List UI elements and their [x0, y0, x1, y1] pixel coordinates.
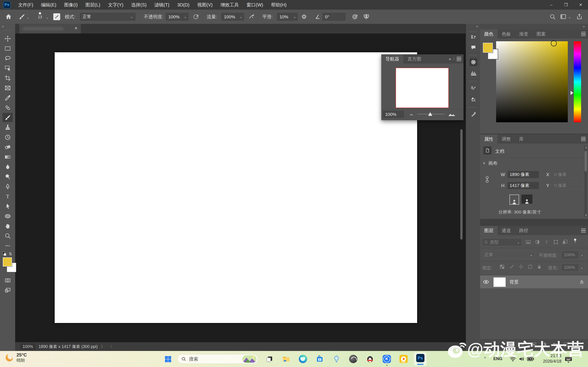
panel-menu-icon[interactable]: [581, 137, 586, 141]
hue-slider-thumb[interactable]: [571, 91, 573, 95]
filter-shape-layers-icon[interactable]: [553, 239, 559, 246]
lock-position-icon[interactable]: [518, 264, 524, 270]
screen-mode-button[interactable]: [2, 286, 13, 295]
tool-gradient[interactable]: [2, 152, 13, 161]
panel-menu-icon[interactable]: [581, 228, 586, 233]
window-minimize-button[interactable]: –: [544, 0, 559, 10]
angle-field[interactable]: 0°: [322, 13, 346, 21]
chevron-down-icon[interactable]: ⌄: [46, 16, 49, 19]
scroll-down-arrow[interactable]: ▼: [585, 214, 587, 217]
swap-colors-icon[interactable]: ⇄: [8, 252, 13, 255]
hidden-icons-chevron[interactable]: ^: [484, 357, 486, 361]
menu-window[interactable]: 窗口(W): [242, 0, 267, 10]
smoothing-field[interactable]: 10%: [277, 13, 292, 21]
tool-pen[interactable]: [2, 182, 13, 191]
menu-file[interactable]: 文件(F): [14, 0, 37, 10]
tool-eyedropper[interactable]: [2, 93, 13, 102]
color-field-gradient[interactable]: [496, 41, 568, 122]
tab-histogram[interactable]: 直方图: [403, 54, 425, 64]
start-button[interactable]: [163, 354, 173, 364]
new-adjustment-layer-icon[interactable]: [542, 342, 547, 347]
pressure-opacity-icon[interactable]: [193, 14, 199, 20]
brush-tool-preset-icon[interactable]: [18, 13, 25, 20]
tool-history-brush[interactable]: [2, 133, 13, 142]
properties-scrollbar[interactable]: ▲ ▼: [584, 145, 587, 217]
navigator-zoom-field[interactable]: 100%: [383, 111, 404, 118]
tool-crop[interactable]: [2, 73, 13, 83]
tool-presets-panel-icon[interactable]: [469, 110, 477, 118]
photoshop-taskbar-active-tile[interactable]: Ps: [414, 352, 427, 366]
lock-transparent-pixels-icon[interactable]: [499, 264, 505, 270]
brush-preview[interactable]: 13: [36, 11, 44, 19]
flow-chevron[interactable]: ⌄: [238, 13, 244, 21]
volume-icon[interactable]: [518, 356, 525, 362]
hue-slider[interactable]: [574, 41, 581, 122]
foreground-color-swatch[interactable]: [3, 257, 12, 267]
input-language-indicator[interactable]: ENG: [493, 357, 502, 361]
histogram-panel-icon[interactable]: [469, 69, 477, 77]
workspace-switcher-icon[interactable]: [560, 14, 566, 20]
navigator-zoom-slider[interactable]: [417, 112, 445, 117]
delete-layer-trash-icon[interactable]: [574, 342, 579, 347]
tool-path-selection[interactable]: [2, 202, 13, 211]
search-icon[interactable]: [549, 14, 556, 20]
tool-shape-ellipse[interactable]: [2, 211, 13, 221]
foreground-color-swatch[interactable]: [483, 43, 493, 53]
canvas-page[interactable]: [55, 52, 417, 323]
touch-keyboard-icon[interactable]: [565, 356, 572, 363]
menu-edit[interactable]: 编辑(E): [37, 0, 61, 10]
tab-paths[interactable]: 路径: [515, 226, 532, 235]
menu-image[interactable]: 图像(I): [60, 0, 82, 10]
lock-image-pixels-icon[interactable]: [509, 264, 515, 270]
new-layer-icon[interactable]: [563, 342, 569, 347]
smoothing-chevron[interactable]: ⌄: [292, 13, 298, 21]
tab-patterns[interactable]: 图案: [532, 29, 550, 39]
layer-row-background[interactable]: 背景: [480, 275, 588, 288]
taskbar-search-box[interactable]: 搜索: [177, 354, 258, 364]
wifi-icon[interactable]: [510, 356, 516, 362]
tool-move[interactable]: [2, 34, 13, 43]
weather-widget[interactable]: 25°C 晴朗: [4, 352, 27, 363]
edge-browser-icon[interactable]: [298, 354, 308, 364]
expand-dock-chevrons[interactable]: «: [476, 24, 478, 28]
tool-brush[interactable]: [2, 113, 13, 122]
menu-plugins[interactable]: 增效工具: [216, 0, 242, 10]
panel-expand-chevrons[interactable]: »: [449, 57, 451, 61]
k-app-icon[interactable]: K: [382, 354, 392, 364]
status-collapse-chevron[interactable]: 〈: [108, 344, 112, 349]
search-highlight-thumbnail[interactable]: [242, 355, 257, 363]
new-group-folder-icon[interactable]: [552, 342, 558, 347]
dark-swirl-app-icon[interactable]: [348, 354, 358, 364]
tool-hand[interactable]: [2, 221, 13, 231]
canvas-width-field[interactable]: 1890 像素: [507, 171, 539, 178]
filter-pixel-layers-icon[interactable]: [526, 239, 531, 246]
chevron-down-icon[interactable]: ∨: [483, 161, 485, 165]
panel-expand-chevrons[interactable]: »: [583, 24, 585, 28]
tool-clone-stamp[interactable]: [2, 123, 13, 132]
menu-filter[interactable]: 滤镜(T): [150, 0, 173, 10]
flow-field[interactable]: 100%: [221, 13, 238, 21]
tab-properties[interactable]: 属性: [480, 134, 498, 144]
tool-type[interactable]: T: [2, 192, 13, 201]
qq-icon[interactable]: [365, 354, 375, 364]
tab-navigator[interactable]: 导航器: [381, 54, 403, 64]
share-icon[interactable]: [576, 13, 583, 20]
layer-visibility-eye-icon[interactable]: [483, 279, 489, 284]
tool-spot-healing-brush[interactable]: [2, 103, 13, 112]
tab-color[interactable]: 颜色: [480, 29, 498, 39]
tool-rectangular-marquee[interactable]: [2, 44, 13, 53]
microsoft-store-icon[interactable]: [315, 354, 325, 364]
brushes-panel-icon[interactable]: [469, 95, 477, 103]
window-close-button[interactable]: ✕: [573, 0, 588, 10]
comments-panel-icon[interactable]: [469, 44, 477, 51]
tab-layers[interactable]: 图层: [480, 226, 498, 235]
tool-eraser[interactable]: [2, 142, 13, 152]
add-layer-mask-icon[interactable]: [531, 342, 536, 347]
slider-thumb[interactable]: [428, 112, 432, 116]
menu-type[interactable]: 文字(Y): [104, 0, 128, 10]
tool-zoom[interactable]: [2, 231, 13, 240]
blend-mode-dropdown[interactable]: 正常 ⌄: [80, 13, 136, 21]
link-dimensions-icon[interactable]: [485, 175, 490, 185]
gem-app-icon[interactable]: [332, 354, 341, 364]
link-layers-icon[interactable]: [510, 342, 515, 347]
